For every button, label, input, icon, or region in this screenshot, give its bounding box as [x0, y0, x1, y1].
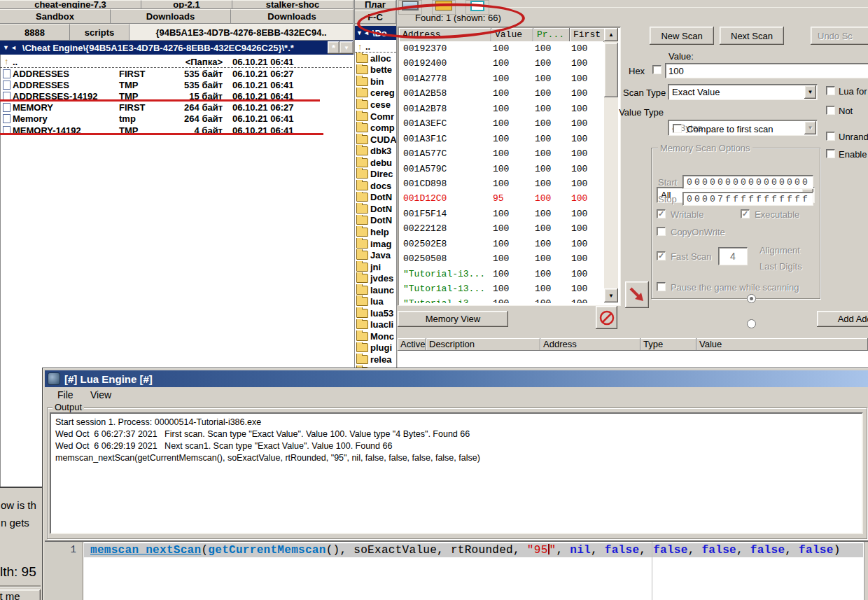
scan-result-row[interactable]: 002502E8100100100: [399, 237, 603, 251]
address-table-column-header[interactable]: Type: [640, 338, 696, 351]
scan-result-row[interactable]: 001A577C100100100: [399, 146, 603, 161]
folder-item[interactable]: help: [355, 226, 396, 238]
folder-item[interactable]: DotN: [355, 215, 396, 227]
scan-result-row[interactable]: 001F5F14100100100: [399, 207, 603, 221]
menu-file[interactable]: File: [50, 387, 80, 403]
folder-item[interactable]: Direc: [355, 168, 396, 180]
folder-item[interactable]: cereg: [355, 88, 396, 99]
scrollbar-thumb[interactable]: [604, 43, 618, 97]
folder-item[interactable]: DotN: [355, 192, 396, 204]
scan-result-row[interactable]: 001D12C095100100: [399, 191, 603, 206]
tc-tab[interactable]: Downloads: [111, 9, 231, 24]
undo-scan-button[interactable]: Undo Sc: [811, 27, 868, 45]
tc-tab[interactable]: {94B5A1E3-4D7B-4276-8EBB-432EC94..: [130, 24, 354, 41]
address-table-column-header[interactable]: Description: [426, 338, 540, 351]
path-bar[interactable]: ▼◄ \Cheat Engine\{94B5A1E3-4D7B-4276-8EB…: [0, 41, 354, 55]
alignment-radio[interactable]: [747, 294, 756, 303]
folder-item[interactable]: jvdes: [355, 272, 396, 284]
next-scan-button[interactable]: Next Scan: [720, 27, 784, 45]
folder-item[interactable]: CUDA: [355, 134, 396, 146]
file-row[interactable]: ADDRESSESFIRST535 байт06.10.21 06:27: [0, 68, 352, 79]
value-input[interactable]: [665, 63, 868, 78]
folder-item[interactable]: relea: [355, 354, 396, 365]
new-scan-button[interactable]: New Scan: [650, 27, 714, 45]
change-pointer-button[interactable]: [625, 281, 649, 308]
tc-tab[interactable]: op-2.1: [141, 0, 232, 9]
folder-item[interactable]: Comr: [355, 111, 396, 123]
folder-item[interactable]: jni: [355, 261, 396, 273]
scan-result-row[interactable]: 001A2B78100100100: [399, 102, 603, 116]
scan-result-row[interactable]: 00192400100100100: [399, 56, 603, 71]
folder-item[interactable]: bin: [355, 76, 396, 88]
menu-view[interactable]: View: [83, 387, 118, 403]
folder-item[interactable]: dbk3: [355, 145, 396, 157]
start-address-input[interactable]: [682, 175, 813, 189]
scan-result-row[interactable]: "Tutorial-i3...100100100: [399, 281, 603, 296]
compare-first-scan-checkbox[interactable]: [673, 124, 682, 133]
folder-item[interactable]: docs: [355, 180, 396, 192]
scan-result-row[interactable]: 001A3EFC100100100: [399, 116, 603, 131]
scroll-up-button[interactable]: ▲: [604, 28, 618, 41]
output-box[interactable]: Start session 1. Process: 00000514-Tutor…: [50, 412, 863, 534]
folder-item[interactable]: lua: [355, 295, 396, 307]
scroll-down-button[interactable]: ▼: [604, 288, 618, 302]
lua-formula-checkbox[interactable]: [826, 86, 835, 95]
add-address-button[interactable]: Add Addre: [817, 311, 868, 327]
scan-result-row[interactable]: 001CD898100100100: [399, 176, 603, 191]
scan-result-row[interactable]: 001A2778100100100: [399, 71, 603, 86]
tc-tab[interactable]: scripts: [70, 24, 130, 41]
fast-scan-checkbox[interactable]: ✓: [657, 251, 666, 260]
parent-dir-row[interactable]: ↑ .. <Папка> 06.10.21 06:41: [0, 56, 352, 68]
tree-parent-dir-row[interactable]: ↑ ..: [355, 41, 396, 53]
folder-item[interactable]: plugi: [355, 342, 396, 354]
cancel-scan-button[interactable]: [596, 306, 617, 329]
path-dropdown-button[interactable]: ▼: [340, 41, 354, 54]
copyonwrite-checkbox[interactable]: [657, 227, 666, 236]
tree-tab-1[interactable]: Плаг: [355, 0, 396, 9]
lua-engine-titlebar[interactable]: [#] Lua Engine [#]: [45, 370, 868, 387]
fast-scan-value-input[interactable]: [718, 247, 748, 265]
scan-result-row[interactable]: 00222128100100100: [399, 221, 603, 236]
tc-tab[interactable]: 8888: [0, 24, 70, 41]
executable-checkbox[interactable]: ✓: [741, 209, 750, 218]
folder-item[interactable]: cese: [355, 99, 396, 111]
wildcard-button[interactable]: *: [328, 41, 340, 54]
scan-result-row[interactable]: 00192370100100100: [399, 41, 603, 56]
memory-view-button[interactable]: Memory View: [398, 311, 508, 327]
tc-tab[interactable]: Sandbox: [0, 9, 111, 24]
folder-item[interactable]: launc: [355, 284, 396, 296]
folder-item[interactable]: bette: [355, 64, 396, 76]
folder-item[interactable]: DotN: [355, 203, 396, 215]
scan-result-row[interactable]: 00250508100100100: [399, 251, 603, 266]
folder-item[interactable]: lua53: [355, 307, 396, 319]
scan-result-row[interactable]: 001A3F1C100100100: [399, 132, 603, 146]
path-chevrons-icon[interactable]: ▼◄: [3, 44, 18, 51]
code-editor[interactable]: 1 memscan_nextScan(getCurrentMemscan(), …: [45, 540, 868, 600]
pause-game-checkbox[interactable]: [657, 282, 666, 291]
scan-result-row[interactable]: 001A2B58100100100: [399, 86, 603, 101]
file-row[interactable]: MEMORYFIRST264 байт06.10.21 06:27: [0, 102, 352, 113]
writable-checkbox[interactable]: ✓: [657, 209, 666, 218]
last-digits-radio[interactable]: [747, 319, 756, 328]
scan-result-row[interactable]: "Tutorial-i3...100100100: [399, 267, 603, 281]
editor-scrollbar[interactable]: [864, 542, 868, 600]
code-line[interactable]: memscan_nextScan(getCurrentMemscan(), so…: [90, 544, 841, 557]
scan-result-row[interactable]: 001A579C100100100: [399, 162, 603, 176]
folder-item[interactable]: alloc: [355, 53, 396, 64]
folder-item[interactable]: comp: [355, 122, 396, 134]
tc-tab[interactable]: stalker-shoc: [232, 0, 354, 9]
hit-me-button-fragment[interactable]: t me: [0, 589, 41, 600]
folder-item[interactable]: debu: [355, 157, 396, 169]
folder-item[interactable]: imag: [355, 238, 396, 250]
address-table-column-header[interactable]: Active: [398, 338, 426, 351]
folder-item[interactable]: Monc: [355, 330, 396, 342]
scan-result-row[interactable]: "Tutorial-i3100100100: [399, 296, 603, 303]
address-table-column-header[interactable]: Address: [540, 338, 640, 351]
scan-type-select[interactable]: Exact Value ▼: [668, 84, 818, 100]
stop-address-input[interactable]: [682, 192, 813, 206]
address-table-column-header[interactable]: Value: [696, 338, 868, 351]
tc-tab[interactable]: Downloads: [231, 9, 354, 24]
folder-item[interactable]: Java: [355, 249, 396, 261]
unrandomizer-checkbox[interactable]: [826, 132, 835, 141]
folder-item[interactable]: luacli: [355, 319, 396, 331]
